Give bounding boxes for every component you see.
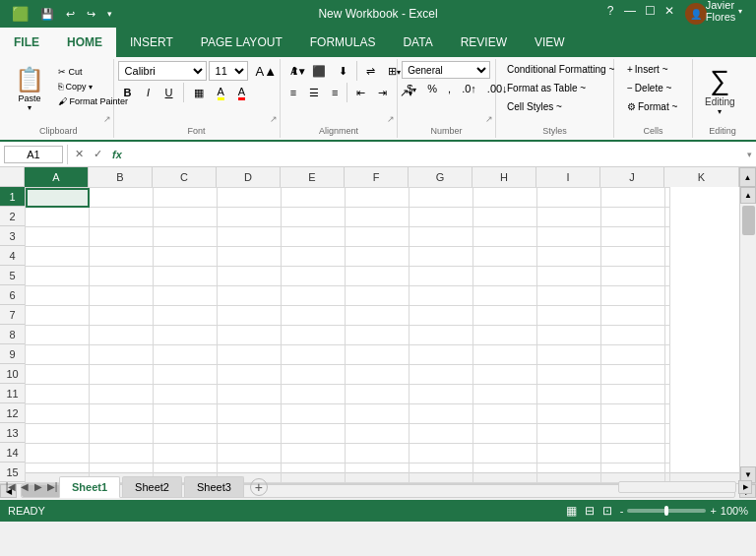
cell-F15[interactable] — [346, 463, 410, 483]
cell-D2[interactable] — [218, 208, 282, 227]
cell-G4[interactable] — [410, 247, 473, 267]
col-header-C[interactable]: C — [153, 167, 217, 187]
col-header-D[interactable]: D — [217, 167, 281, 187]
cell-I11[interactable] — [537, 385, 601, 404]
cell-A8[interactable] — [26, 326, 90, 345]
cell-B14[interactable] — [90, 444, 154, 463]
row-header-4[interactable]: 4 — [0, 246, 25, 266]
cell-F9[interactable] — [346, 345, 410, 365]
comma-button[interactable]: , — [443, 81, 456, 96]
fill-color-button[interactable]: A — [212, 84, 230, 102]
italic-button[interactable]: I — [140, 85, 158, 100]
cell-G3[interactable] — [410, 227, 473, 247]
cell-B13[interactable] — [90, 424, 154, 444]
cell-A7[interactable] — [26, 306, 90, 326]
cell-B10[interactable] — [90, 365, 154, 385]
cell-C6[interactable] — [154, 286, 218, 306]
row-header-2[interactable]: 2 — [0, 207, 25, 226]
tab-home[interactable]: HOME — [53, 28, 116, 57]
cell-B12[interactable] — [90, 404, 154, 424]
cell-D5[interactable] — [218, 267, 282, 286]
sheet-tab-sheet2[interactable]: Sheet2 — [122, 476, 182, 497]
cell-C10[interactable] — [154, 365, 218, 385]
cell-E7[interactable] — [282, 306, 346, 326]
conditional-formatting-button[interactable]: Conditional Formatting ~ — [500, 61, 621, 78]
cell-F1[interactable] — [346, 188, 410, 208]
cell-D11[interactable] — [218, 385, 282, 404]
tab-data[interactable]: DATA — [389, 28, 446, 57]
align-left-button[interactable]: ≡ — [284, 83, 302, 102]
cell-I9[interactable] — [537, 345, 601, 365]
cell-J13[interactable] — [601, 424, 665, 444]
cell-E8[interactable] — [282, 326, 346, 345]
cell-F5[interactable] — [346, 267, 410, 286]
align-top-button[interactable]: ⬆ — [284, 61, 305, 81]
cell-J7[interactable] — [601, 306, 665, 326]
cell-E14[interactable] — [282, 444, 346, 463]
zoom-out-icon[interactable]: - — [620, 505, 624, 517]
cell-H14[interactable] — [473, 444, 537, 463]
cell-C13[interactable] — [154, 424, 218, 444]
cell-H4[interactable] — [473, 247, 537, 267]
cell-K7[interactable] — [665, 306, 670, 326]
cell-D1[interactable] — [218, 188, 282, 208]
bold-button[interactable]: B — [118, 85, 138, 100]
cell-G7[interactable] — [410, 306, 473, 326]
cell-K8[interactable] — [665, 326, 670, 345]
cell-A6[interactable] — [26, 286, 90, 306]
zoom-slider-thumb[interactable] — [664, 506, 668, 516]
cell-J12[interactable] — [601, 404, 665, 424]
cell-B6[interactable] — [90, 286, 154, 306]
row-header-14[interactable]: 14 — [0, 443, 25, 463]
cell-B11[interactable] — [90, 385, 154, 404]
maximize-icon[interactable]: ☐ — [642, 3, 658, 19]
cell-A12[interactable] — [26, 404, 90, 424]
currency-button[interactable]: $▾ — [402, 81, 421, 96]
col-header-A[interactable]: A — [25, 167, 89, 187]
cell-K1[interactable] — [665, 188, 670, 208]
increase-indent-button[interactable]: ⇥ — [372, 83, 393, 102]
tab-insert[interactable]: INSERT — [116, 28, 187, 57]
underline-button[interactable]: U — [159, 85, 179, 100]
close-icon[interactable]: ✕ — [662, 3, 677, 19]
increase-font-button[interactable]: A▲ — [250, 62, 284, 81]
row-header-5[interactable]: 5 — [0, 266, 25, 285]
confirm-formula-button[interactable]: ✓ — [91, 148, 105, 160]
cell-C14[interactable] — [154, 444, 218, 463]
font-name-select[interactable]: Calibri — [118, 61, 207, 81]
cell-I2[interactable] — [537, 208, 601, 227]
cell-F8[interactable] — [346, 326, 410, 345]
cell-G13[interactable] — [410, 424, 473, 444]
row-header-9[interactable]: 9 — [0, 344, 25, 364]
undo-icon[interactable]: ↩ — [62, 6, 79, 23]
cell-D6[interactable] — [218, 286, 282, 306]
formula-dropdown-icon[interactable]: ▾ — [747, 150, 752, 159]
borders-button[interactable]: ▦ — [188, 85, 210, 101]
scroll-thumb-vertical[interactable] — [742, 206, 755, 235]
cell-J9[interactable] — [601, 345, 665, 365]
col-header-F[interactable]: F — [345, 167, 409, 187]
cell-J6[interactable] — [601, 286, 665, 306]
cell-F13[interactable] — [346, 424, 410, 444]
cell-J10[interactable] — [601, 365, 665, 385]
cell-I1[interactable] — [537, 188, 601, 208]
cell-J2[interactable] — [601, 208, 665, 227]
cell-A1[interactable] — [26, 188, 90, 208]
number-format-select[interactable]: General — [402, 61, 490, 79]
clipboard-expand-icon[interactable]: ↗ — [103, 114, 111, 124]
scroll-right-bottom[interactable]: ▶ — [738, 480, 752, 494]
cell-G9[interactable] — [410, 345, 473, 365]
alignment-expand-icon[interactable]: ↗ — [387, 114, 395, 124]
cell-F4[interactable] — [346, 247, 410, 267]
font-expand-icon[interactable]: ↗ — [270, 114, 278, 124]
tab-page-layout[interactable]: PAGE LAYOUT — [187, 28, 296, 57]
cell-F14[interactable] — [346, 444, 410, 463]
cell-A11[interactable] — [26, 385, 90, 404]
col-header-K[interactable]: K — [664, 167, 739, 187]
cell-E3[interactable] — [282, 227, 346, 247]
cell-K12[interactable] — [665, 404, 670, 424]
cell-K3[interactable] — [665, 227, 670, 247]
cell-K13[interactable] — [665, 424, 670, 444]
cell-E9[interactable] — [282, 345, 346, 365]
decrease-indent-button[interactable]: ⇤ — [350, 83, 371, 102]
